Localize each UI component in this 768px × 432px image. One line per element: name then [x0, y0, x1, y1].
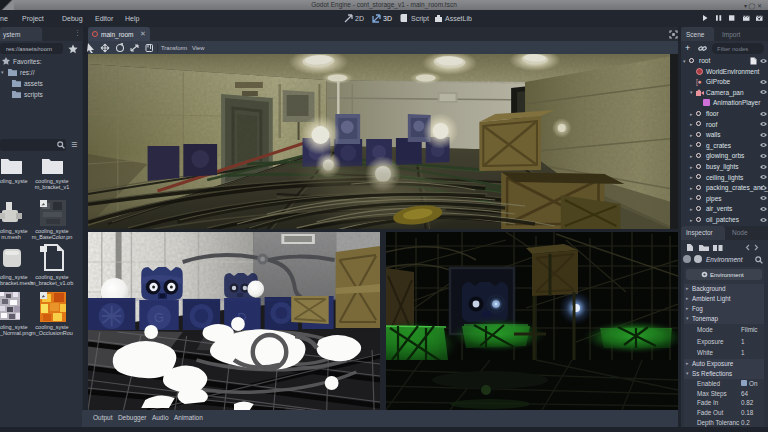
svg-text:G: G	[154, 310, 164, 325]
